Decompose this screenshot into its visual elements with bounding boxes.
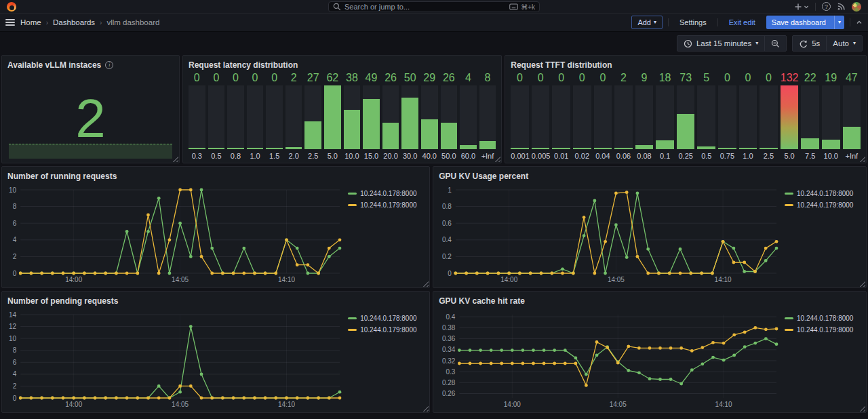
bar-10.0[interactable]: 3810.0 <box>344 72 361 160</box>
bar-30.0[interactable]: 5030.0 <box>401 72 418 160</box>
bar-fill <box>656 140 674 149</box>
bar-label: 0.3 <box>189 149 205 160</box>
bar-0.04[interactable]: 00.04 <box>594 72 612 160</box>
bar-+Inf[interactable]: 8+Inf <box>479 72 496 160</box>
legend-item[interactable]: 10.244.0.178:8000 <box>348 190 424 197</box>
bar-1.5[interactable]: 01.5 <box>266 72 283 160</box>
timeseries-kv-usage: 00.20.40.60.8114:0014:0514:10 10.244.0.1… <box>439 182 861 285</box>
panel-title: GPU KV cache hit rate <box>439 296 525 306</box>
timeseries-svg[interactable]: 0.260.280.30.320.340.360.380.414:0014:05… <box>439 306 781 410</box>
info-icon[interactable]: i <box>105 61 113 69</box>
legend-item[interactable]: 10.244.0.178:8000 <box>348 315 424 322</box>
timeseries-svg[interactable]: 0246810121414:0014:0514:10 <box>7 306 344 410</box>
panel-title-menu[interactable]: Number of pending requests <box>7 295 424 306</box>
bar-1.0[interactable]: 01.0 <box>739 72 757 160</box>
bar-10.0[interactable]: 1910.0 <box>822 72 840 160</box>
bar-5.0[interactable]: 1325.0 <box>781 72 799 160</box>
legend-item[interactable]: 10.244.0.179:8000 <box>348 201 424 209</box>
bar-0.08[interactable]: 90.08 <box>635 72 654 160</box>
bar-0.3[interactable]: 00.3 <box>189 72 205 160</box>
panel-title-menu[interactable]: Available vLLM instaces i <box>7 59 174 71</box>
refresh-interval-picker[interactable]: Auto ▾ <box>826 36 862 51</box>
grafana-logo[interactable] <box>7 2 16 12</box>
timeseries-svg[interactable]: 00.20.40.60.8114:0014:0514:10 <box>439 182 781 285</box>
zoom-out-icon <box>771 39 780 48</box>
panel-title-menu[interactable]: GPU KV Usage percent <box>439 170 861 182</box>
dashboard-canvas: Available vLLM instaces i 2 Request late… <box>0 55 868 413</box>
panel-title-menu[interactable]: GPU KV cache hit rate <box>439 295 861 306</box>
bar-label: 40.0 <box>421 149 438 160</box>
help-icon[interactable]: ? <box>822 2 831 11</box>
bar-0.5[interactable]: 50.5 <box>697 72 715 160</box>
legend-item[interactable]: 10.244.0.179:8000 <box>785 201 861 209</box>
bar-track <box>822 85 840 149</box>
legend-item[interactable]: 10.244.0.179:8000 <box>348 326 424 334</box>
chart-canvas[interactable]: 024681014:0014:0514:10 <box>7 182 344 285</box>
divider <box>668 18 669 26</box>
bar-fill <box>247 148 264 149</box>
panel-request-ttft-distribution: Request TTFT distribution 00.00100.00500… <box>505 55 867 163</box>
legend-item[interactable]: 10.244.0.179:8000 <box>785 326 861 334</box>
refresh-button[interactable]: 5s <box>793 36 826 51</box>
bar-fill <box>441 123 458 149</box>
breadcrumb-home[interactable]: Home <box>20 18 41 26</box>
bargauge-latency[interactable]: 00.300.500.801.001.522.0272.5625.03810.0… <box>189 71 496 160</box>
legend-item[interactable]: 10.244.0.178:8000 <box>785 190 861 197</box>
news-rss-icon[interactable] <box>837 2 846 11</box>
bar-5.0[interactable]: 625.0 <box>324 72 341 160</box>
panel-title-menu[interactable]: Request TTFT distribution <box>511 59 861 71</box>
exit-edit-button[interactable]: Exit edit <box>724 16 761 29</box>
timeseries-svg[interactable]: 024681014:0014:0514:10 <box>7 182 344 285</box>
bar-0.02[interactable]: 00.02 <box>573 72 591 160</box>
bar-2.5[interactable]: 02.5 <box>760 72 778 160</box>
save-options-caret[interactable]: ▾ <box>834 16 844 29</box>
bar-0.25[interactable]: 730.25 <box>677 72 695 160</box>
bar-0.75[interactable]: 00.75 <box>718 72 736 160</box>
chart-canvas[interactable]: 00.20.40.60.8114:0014:0514:10 <box>439 182 781 285</box>
bar-0.001[interactable]: 00.001 <box>511 72 529 160</box>
chart-canvas[interactable]: 0246810121414:0014:0514:10 <box>7 306 344 410</box>
panel-title-menu[interactable]: Number of running requests <box>7 170 424 182</box>
search-input[interactable]: Search or jump to... ⌘+k <box>328 1 540 12</box>
timeseries-hit-rate: 0.260.280.30.320.340.360.380.414:0014:05… <box>439 306 861 410</box>
bar-track <box>739 85 757 149</box>
bar-track <box>304 85 321 149</box>
breadcrumb-dashboards[interactable]: Dashboards <box>53 18 95 26</box>
bar-0.01[interactable]: 00.01 <box>552 72 570 160</box>
bar-7.5[interactable]: 227.5 <box>801 72 819 160</box>
bar-0.06[interactable]: 20.06 <box>614 72 633 160</box>
breadcrumb-separator: › <box>100 19 102 26</box>
bar-0.1[interactable]: 180.1 <box>656 72 674 160</box>
add-menu-button[interactable] <box>794 3 809 11</box>
bar-15.0[interactable]: 4915.0 <box>363 72 380 160</box>
stat-body[interactable]: 2 <box>7 71 174 160</box>
user-avatar[interactable] <box>852 2 861 12</box>
legend-item[interactable]: 10.244.0.178:8000 <box>785 315 861 322</box>
add-button[interactable]: Add▾ <box>631 16 663 29</box>
settings-button[interactable]: Settings <box>674 16 712 29</box>
bar-50.0[interactable]: 2650.0 <box>441 72 458 160</box>
chart-canvas[interactable]: 0.260.280.30.320.340.360.380.414:0014:05… <box>439 306 781 410</box>
save-dashboard-button[interactable]: Save dashboard ▾ <box>766 16 844 29</box>
bar-0.8[interactable]: 00.8 <box>227 72 244 160</box>
chevron-down-icon: ▾ <box>853 41 856 46</box>
bargauge-ttft[interactable]: 00.00100.00500.0100.0200.0420.0690.08180… <box>511 71 861 160</box>
collapse-chrome-icon[interactable] <box>856 19 863 26</box>
menu-toggle-icon[interactable] <box>5 19 15 26</box>
bar-2.5[interactable]: 272.5 <box>304 72 321 160</box>
bar-0.5[interactable]: 00.5 <box>208 72 225 160</box>
bar-40.0[interactable]: 2940.0 <box>421 72 438 160</box>
svg-text:6: 6 <box>13 220 17 227</box>
svg-text:0.32: 0.32 <box>442 357 456 365</box>
bar-+Inf[interactable]: 47+Inf <box>843 72 861 160</box>
bar-2.0[interactable]: 22.0 <box>285 72 302 160</box>
time-range-picker[interactable]: Last 15 minutes ▾ <box>677 36 764 51</box>
bar-track <box>324 85 341 149</box>
zoom-out-button[interactable] <box>764 36 786 51</box>
bar-0.005[interactable]: 00.005 <box>532 72 550 160</box>
panel-title-menu[interactable]: Request latency distribution <box>189 59 496 71</box>
bar-value: 0 <box>247 72 264 85</box>
bar-20.0[interactable]: 2620.0 <box>382 72 399 160</box>
bar-1.0[interactable]: 01.0 <box>247 72 264 160</box>
bar-60.0[interactable]: 460.0 <box>460 72 477 160</box>
